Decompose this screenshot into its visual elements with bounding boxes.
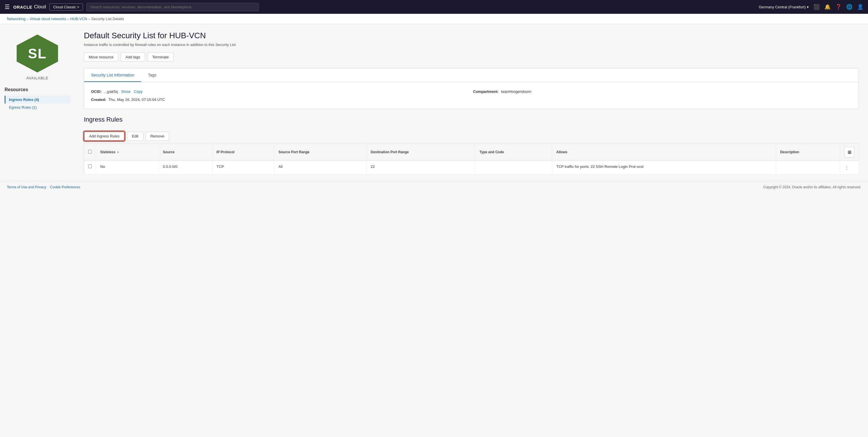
table-toolbar: Add Ingress Rules Edit Remove ​ xyxy=(84,128,859,143)
col-header-stateless: Stateless ▾ xyxy=(96,143,159,161)
row-checkbox-cell xyxy=(84,161,96,175)
breadcrumb-networking[interactable]: Networking xyxy=(7,17,26,21)
compartment-label: Compartment: xyxy=(473,89,499,94)
breadcrumb-current: Security List Details xyxy=(91,17,124,21)
col-header-source: Source xyxy=(159,143,213,161)
footer-terms-link[interactable]: Terms of Use and Privacy xyxy=(7,185,46,189)
page-subtitle: Instance traffic is controlled by firewa… xyxy=(84,42,859,47)
hamburger-icon[interactable]: ☰ xyxy=(5,3,10,10)
right-panel: Default Security List for HUB-VCN Instan… xyxy=(75,24,868,181)
col-header-source-port: Source Port Range xyxy=(274,143,367,161)
add-ingress-rules-button[interactable]: Add Ingress Rules xyxy=(84,132,125,141)
footer-copyright: Copyright © 2024, Oracle and/or its affi… xyxy=(763,185,861,189)
row-type-code xyxy=(475,161,552,175)
terminate-button[interactable]: Terminate xyxy=(147,53,174,61)
chevron-down-icon: ▾ xyxy=(807,5,809,9)
created-value: Thu, May 16, 2024, 07:15:04 UTC xyxy=(108,97,165,102)
region-selector[interactable]: Germany Central (Frankfurt) ▾ xyxy=(759,5,809,9)
breadcrumb-sep-2: » xyxy=(67,17,69,21)
region-label: Germany Central (Frankfurt) xyxy=(759,5,806,9)
sidebar-item-ingress-rules[interactable]: Ingress Rules (4) xyxy=(5,96,70,104)
row-ip-protocol: TCP xyxy=(212,161,274,175)
footer-links: Terms of Use and Privacy Cookie Preferen… xyxy=(7,185,80,189)
search-input[interactable] xyxy=(87,3,259,11)
oracle-logo: ORACLE Cloud xyxy=(13,4,46,9)
terminal-icon[interactable]: ⬛ xyxy=(813,4,820,10)
help-icon[interactable]: ❓ xyxy=(835,4,842,10)
oracle-wordmark: ORACLE xyxy=(13,5,32,9)
page-title: Default Security List for HUB-VCN xyxy=(84,31,859,40)
edit-button[interactable]: Edit xyxy=(127,132,143,141)
nav-right-icons: Germany Central (Frankfurt) ▾ ⬛ 🔔 ❓ 🌐 👤 xyxy=(759,4,863,10)
cloud-wordmark: Cloud xyxy=(34,4,46,9)
breadcrumb-sep-3: » xyxy=(88,17,90,21)
breadcrumb-vcn[interactable]: Virtual cloud networks xyxy=(30,17,66,21)
row-source: 0.0.0.0/0 xyxy=(159,161,213,175)
row-checkbox[interactable] xyxy=(88,165,92,168)
col-header-dest-port: Destination Port Range xyxy=(367,143,475,161)
cloud-classic-button[interactable]: Cloud Classic > xyxy=(50,3,83,11)
user-avatar[interactable]: 👤 xyxy=(857,4,863,10)
tab-tags[interactable]: Tags xyxy=(141,69,163,82)
tabs-header: Security List Information Tags xyxy=(84,69,859,82)
top-navigation: ☰ ORACLE Cloud Cloud Classic > Germany C… xyxy=(0,0,868,14)
sort-icon-stateless[interactable]: ▾ xyxy=(117,151,119,154)
ocid-show-link[interactable]: Show xyxy=(121,89,131,94)
action-buttons: Move resource Add tags Terminate xyxy=(84,53,859,61)
hex-container: SL AVAILABLE xyxy=(5,33,70,80)
remove-button[interactable]: Remove xyxy=(146,132,169,141)
row-stateless: No xyxy=(96,161,159,175)
resource-hexagon: SL xyxy=(14,33,60,74)
row-dest-port-range: 22 xyxy=(367,161,475,175)
compartment-value: IwanHoogendoorn xyxy=(501,89,531,94)
add-tags-button[interactable]: Add tags xyxy=(121,53,145,61)
col-header-ip-protocol: IP Protocol xyxy=(212,143,274,161)
row-source-port-range: All xyxy=(274,161,367,175)
move-resource-button[interactable]: Move resource xyxy=(84,53,118,61)
col-header-actions: ⊞ xyxy=(840,143,859,161)
footer-cookie-link[interactable]: Cookie Preferences xyxy=(50,185,80,189)
ingress-rules-table: Stateless ▾ Source IP Protocol Source Po… xyxy=(84,143,859,175)
breadcrumb: Networking » Virtual cloud networks » HU… xyxy=(0,14,868,24)
resources-title: Resources xyxy=(5,87,70,92)
status-badge: AVAILABLE xyxy=(26,76,48,80)
main-content: SL AVAILABLE Resources Ingress Rules (4)… xyxy=(0,24,868,181)
breadcrumb-sep-1: » xyxy=(27,17,28,21)
ocid-row: OCID: ...jyak5q Show Copy xyxy=(91,89,470,94)
left-panel: SL AVAILABLE Resources Ingress Rules (4)… xyxy=(0,24,75,181)
col-header-type-code: Type and Code xyxy=(475,143,552,161)
tabs-container: Security List Information Tags OCID: ...… xyxy=(84,68,859,109)
created-label: Created: xyxy=(91,97,106,102)
col-header-checkbox xyxy=(84,143,96,161)
column-settings-button[interactable]: ⊞ xyxy=(844,147,855,157)
ocid-value: ...jyak5q xyxy=(104,89,118,94)
footer: Terms of Use and Privacy Cookie Preferen… xyxy=(0,181,868,193)
row-description xyxy=(776,161,840,175)
ingress-rules-title: Ingress Rules xyxy=(84,116,859,123)
table-row: No 0.0.0.0/0 TCP All 22 TCP traffic for … xyxy=(84,161,859,175)
created-row: Created: Thu, May 16, 2024, 07:15:04 UTC xyxy=(91,97,470,102)
bell-icon[interactable]: 🔔 xyxy=(824,4,831,10)
resources-section: Resources Ingress Rules (4) Egress Rules… xyxy=(5,87,70,111)
row-kebab-cell: ⋮ xyxy=(840,161,859,175)
info-grid: OCID: ...jyak5q Show Copy Compartment: I… xyxy=(91,89,851,102)
ocid-copy-link[interactable]: Copy xyxy=(134,89,143,94)
row-allows: TCP traffic for ports: 22 SSH Remote Log… xyxy=(552,161,776,175)
tab-content-security-info: OCID: ...jyak5q Show Copy Compartment: I… xyxy=(84,82,859,109)
globe-icon[interactable]: 🌐 xyxy=(846,4,852,10)
select-all-checkbox[interactable] xyxy=(88,150,92,153)
breadcrumb-hub-vcn[interactable]: HUB-VCN xyxy=(70,17,87,21)
tab-security-info[interactable]: Security List Information xyxy=(84,69,141,82)
hexagon-initials: SL xyxy=(28,46,46,61)
col-header-description: Description xyxy=(776,143,840,161)
row-kebab-menu[interactable]: ⋮ xyxy=(844,165,849,171)
compartment-row: Compartment: IwanHoogendoorn xyxy=(473,89,851,94)
col-header-allows: Allows xyxy=(552,143,776,161)
ocid-label: OCID: xyxy=(91,89,102,94)
sidebar-item-egress-rules[interactable]: Egress Rules (1) xyxy=(5,104,70,111)
